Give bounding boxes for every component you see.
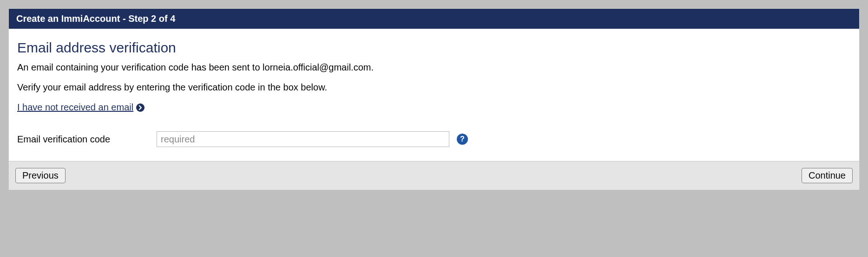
panel-title: Create an ImmiAccount - Step 2 of 4 [16,13,175,24]
verification-code-row: Email verification code ? [17,131,851,147]
not-received-link-text: I have not received an email [17,102,133,113]
not-received-link[interactable]: I have not received an email [17,102,145,113]
chevron-right-circle-icon [136,103,145,112]
page-wrapper: Create an ImmiAccount - Step 2 of 4 Emai… [0,0,868,199]
verify-instruction: Verify your email address by entering th… [17,82,851,93]
panel-body: Email address verification An email cont… [9,29,859,190]
continue-button[interactable]: Continue [802,168,853,183]
panel: Create an ImmiAccount - Step 2 of 4 Emai… [8,8,860,190]
page-title: Email address verification [17,40,851,56]
button-bar: Previous Continue [9,161,859,190]
sent-message: An email containing your verification co… [17,62,851,73]
panel-header: Create an ImmiAccount - Step 2 of 4 [9,9,859,29]
verification-code-label: Email verification code [17,134,157,145]
help-icon[interactable]: ? [457,134,468,145]
previous-button[interactable]: Previous [15,168,66,183]
verification-code-input[interactable] [157,131,449,147]
svg-point-0 [136,103,145,112]
